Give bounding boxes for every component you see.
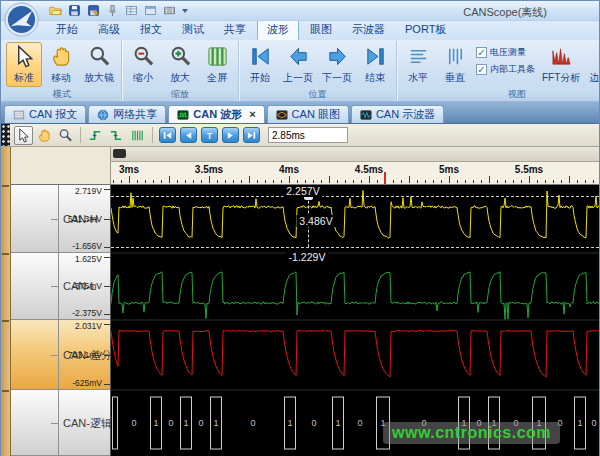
ribbon-tab-row: 开始高级报文测试共享波形眼图示波器PORT板 (1, 21, 599, 40)
ruler-tick (577, 180, 578, 183)
tab-can-eye[interactable]: CAN 眼图 (267, 105, 349, 123)
tab-can-scope-label: CAN 示波器 (376, 107, 435, 122)
full-screen-button[interactable]: 全屏 (199, 42, 235, 87)
horizontal-button[interactable]: 水平 (400, 42, 436, 87)
go-end-button[interactable]: 结束 (357, 42, 393, 87)
voltage-measure-checkbox-box[interactable]: ✓ (476, 47, 487, 58)
film-icon[interactable] (161, 3, 178, 19)
pan-tool-button[interactable] (35, 126, 54, 145)
ruler-tick (177, 180, 178, 183)
app-logo-icon[interactable] (4, 2, 39, 37)
channel-can-diff[interactable]: CAN-差分2.031V703.1mV-625mV (11, 320, 110, 390)
cursor-line-bottom[interactable] (111, 247, 599, 248)
strip-tick (2, 185, 9, 187)
grid-icon[interactable] (123, 3, 140, 19)
horizontal-scrollbar[interactable] (111, 147, 599, 162)
tab-network-share[interactable]: 网络共享 (88, 105, 166, 123)
select-tool-button[interactable] (14, 126, 33, 145)
channel-can-h[interactable]: CAN-H2.719V531.3mV-1.656V (11, 185, 110, 253)
ribbon-tab-4[interactable]: 共享 (215, 20, 255, 40)
ribbon-tab-2[interactable]: 报文 (131, 20, 171, 40)
go-start-button[interactable]: 开始 (242, 42, 278, 87)
pan-mode-button[interactable]: 移动 (43, 42, 79, 87)
channel-panel: CAN-H2.719V531.3mV-1.656VCAN-L1.625V-375… (11, 185, 111, 456)
prev-page-button-label: 上一页 (283, 71, 313, 85)
nav-first-button[interactable] (159, 127, 176, 143)
zoom-in-button[interactable]: 放大 (162, 42, 198, 87)
ribbon-tab-0[interactable]: 开始 (47, 20, 87, 40)
channel-can-diff-top-scale: 2.031V (75, 321, 102, 331)
time-range-input[interactable] (268, 127, 348, 143)
tree-stub (51, 423, 59, 424)
toolbar-separator (80, 127, 81, 143)
ruler-tick (393, 180, 394, 183)
tab-can-scope[interactable]: CAN 示波器 (351, 105, 444, 123)
tab-can-message[interactable]: CAN 报文 (4, 105, 86, 123)
zoom-tool-button[interactable] (56, 126, 75, 145)
time-ruler[interactable]: 3ms3.5ms4ms4.5ms5ms5.5ms6ms (111, 162, 599, 185)
save-icon[interactable] (66, 3, 83, 19)
ruler-tick (545, 180, 546, 183)
workspace: CAN-H2.719V531.3mV-1.656VCAN-L1.625V-375… (1, 147, 599, 456)
quick-access-dropdown-icon[interactable] (182, 9, 188, 13)
saveas-icon[interactable] (85, 3, 102, 19)
scale-tick (104, 324, 110, 325)
internal-toolbar-checkbox[interactable]: ✓内部工具条 (476, 63, 535, 76)
ribbon-tab-6[interactable]: 眼图 (301, 20, 341, 40)
magnifier-mode-button[interactable]: 放大镜 (80, 42, 118, 87)
nav-next-button[interactable] (222, 127, 239, 143)
channel-can-logic[interactable]: CAN-逻辑值 (11, 390, 110, 456)
open-icon[interactable] (47, 3, 64, 19)
internal-toolbar-checkbox-label: 内部工具条 (490, 63, 535, 76)
svg-text:1: 1 (577, 418, 582, 428)
cursor-line-top[interactable] (111, 196, 599, 197)
cursor-bottom-value: -1.229V (286, 251, 329, 263)
nav-last-button[interactable] (243, 127, 260, 143)
zoom-out-button[interactable]: 缩小 (125, 42, 161, 87)
waveform-plot[interactable]: 010101010101010101010 2.257V 3.486V -1.2… (111, 185, 599, 456)
edges-view-button[interactable] (128, 126, 147, 145)
prev-page-button[interactable]: 上一页 (279, 42, 317, 87)
voltage-measure-checkbox[interactable]: ✓电压测量 (476, 46, 535, 59)
internal-toolbar-checkbox-box[interactable]: ✓ (476, 64, 487, 75)
nav-trigger-button[interactable]: T (201, 127, 218, 143)
ribbon-tab-5[interactable]: 波形 (257, 19, 299, 40)
next-page-button-label: 下一页 (322, 71, 352, 85)
svg-text:0: 0 (198, 418, 203, 428)
standard-mode-button[interactable]: 标准 (6, 42, 42, 87)
ruler-tick (193, 180, 194, 183)
svg-text:T: T (207, 131, 212, 140)
ruler-tick (401, 180, 402, 183)
vertical-button[interactable]: 垂直 (437, 42, 473, 87)
close-tab-icon[interactable]: × (249, 109, 255, 120)
group-zoom-label: 缩放 (123, 88, 237, 101)
fft-analysis-button-label: FFT分析 (542, 71, 580, 85)
pin-icon[interactable] (104, 3, 121, 19)
ribbon-tab-7[interactable]: 示波器 (343, 20, 394, 40)
ribbon-tab-1[interactable]: 高级 (89, 20, 129, 40)
nav-prev-button[interactable] (180, 127, 197, 143)
svg-text:1: 1 (183, 418, 188, 428)
next-page-button[interactable]: 下一页 (318, 42, 356, 87)
ruler-tick-major (209, 176, 210, 183)
ruler-tick (337, 180, 338, 183)
ribbon-tab-3[interactable]: 测试 (173, 20, 213, 40)
ruler-tick (417, 180, 418, 183)
channel-can-l[interactable]: CAN-L1.625V-375mV-2.375V (11, 253, 110, 320)
tab-can-waveform[interactable]: CAN 波形× (168, 105, 264, 123)
toolbar-drag-handle[interactable] (1, 124, 10, 146)
ribbon-tab-8[interactable]: PORT板 (396, 20, 455, 40)
svg-text:0: 0 (311, 418, 316, 428)
ruler-tick-major (409, 176, 410, 183)
window-icon[interactable] (142, 3, 159, 19)
watermark: www.cntronics.com (383, 422, 560, 444)
rising-edge-tool-button[interactable] (86, 126, 105, 145)
ruler-tick (553, 180, 554, 183)
multi-edge-icon (130, 128, 145, 143)
titlebar: CANScope(离线) (1, 1, 599, 21)
edge-measure-button[interactable]: 边沿测量 (585, 42, 600, 87)
scrollbar-thumb[interactable] (113, 149, 126, 158)
scale-tick (104, 355, 110, 356)
fft-analysis-button[interactable]: FFT分析 (538, 42, 584, 87)
falling-edge-tool-button[interactable] (107, 126, 126, 145)
